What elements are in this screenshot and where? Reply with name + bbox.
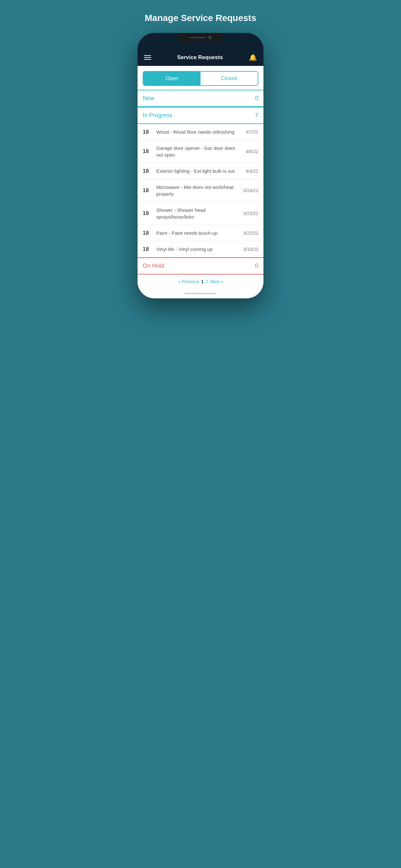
table-row[interactable]: 18 Microwave - Mw does not work/heat pro… [137, 179, 264, 202]
menu-icon[interactable] [144, 55, 151, 60]
on-hold-section-label: On Hold [143, 262, 164, 269]
request-date: 3/22/22 [241, 230, 258, 236]
app-header: Service Requests 🔔 [137, 49, 264, 66]
table-row[interactable]: 18 Garage door opener - Gar door does no… [137, 140, 264, 163]
in-progress-section-count: 7 [255, 112, 258, 119]
request-number: 18 [143, 187, 152, 194]
page-2-link[interactable]: 2 [206, 279, 208, 284]
phone-notch [178, 33, 223, 42]
status-toggle: Open Closed [143, 71, 258, 86]
screen-content: Open Closed New 0 In Progress 7 18 Wood … [137, 66, 264, 289]
request-description: Exterior lighting - Ext light bulb is ou… [156, 167, 237, 175]
request-description: Shower - Shower head sprays/loose/brkn [156, 207, 237, 220]
request-number: 18 [143, 210, 152, 217]
request-number: 18 [143, 230, 152, 237]
request-number: 18 [143, 129, 152, 135]
header-title: Service Requests [177, 54, 223, 61]
table-row[interactable]: 18 Exterior lighting - Ext light bulb is… [137, 163, 264, 179]
front-camera [208, 36, 212, 39]
request-description: Garage door opener - Gar door does not o… [156, 145, 237, 158]
request-date: 3/24/22 [241, 188, 258, 193]
home-indicator [184, 293, 217, 294]
table-row[interactable]: 18 Shower - Shower head sprays/loose/brk… [137, 202, 264, 225]
in-progress-section-header[interactable]: In Progress 7 [137, 107, 264, 124]
request-description: Wood - Wood floor needs refinishing [156, 128, 237, 135]
request-date: 4/7/22 [241, 129, 258, 135]
table-row[interactable]: 18 Vinyl tile - Vinyl coming up 3/10/22 [137, 241, 264, 257]
in-progress-section-label: In Progress [143, 112, 173, 119]
request-number: 18 [143, 168, 152, 175]
open-tab[interactable]: Open [143, 72, 201, 85]
pagination: « Previous 1 2 Next » [137, 275, 264, 289]
new-section-header[interactable]: New 0 [137, 90, 264, 107]
next-page-link[interactable]: Next » [210, 279, 223, 284]
request-date: 4/6/22 [241, 149, 258, 154]
request-number: 18 [143, 148, 152, 155]
on-hold-section-count: 0 [255, 262, 258, 269]
toggle-container: Open Closed [137, 66, 264, 90]
request-description: Vinyl tile - Vinyl coming up [156, 246, 237, 252]
closed-tab[interactable]: Closed [201, 72, 258, 85]
new-section-count: 0 [255, 95, 258, 102]
table-row[interactable]: 18 Wood - Wood floor needs refinishing 4… [137, 124, 264, 140]
phone-frame: Service Requests 🔔 Open Closed New 0 In … [137, 33, 264, 299]
request-date: 3/23/22 [241, 211, 258, 216]
on-hold-section-header[interactable]: On Hold 0 [137, 257, 264, 275]
notification-icon[interactable]: 🔔 [249, 54, 257, 61]
request-number: 18 [143, 246, 152, 252]
page-1-link[interactable]: 1 [201, 279, 204, 284]
new-section-label: New [143, 95, 154, 102]
phone-notch-area [137, 33, 264, 49]
request-description: Paint - Paint needs touch-up [156, 229, 237, 237]
request-description: Microwave - Mw does not work/heat proper… [156, 184, 237, 197]
request-date: 4/4/22 [241, 168, 258, 174]
previous-page-link[interactable]: « Previous [178, 279, 199, 284]
request-date: 3/10/22 [241, 247, 258, 252]
speaker [189, 37, 206, 38]
page-title: Manage Service Requests [145, 13, 256, 23]
phone-bottom-bar [137, 289, 264, 299]
table-row[interactable]: 18 Paint - Paint needs touch-up 3/22/22 [137, 225, 264, 241]
requests-list: 18 Wood - Wood floor needs refinishing 4… [137, 124, 264, 257]
